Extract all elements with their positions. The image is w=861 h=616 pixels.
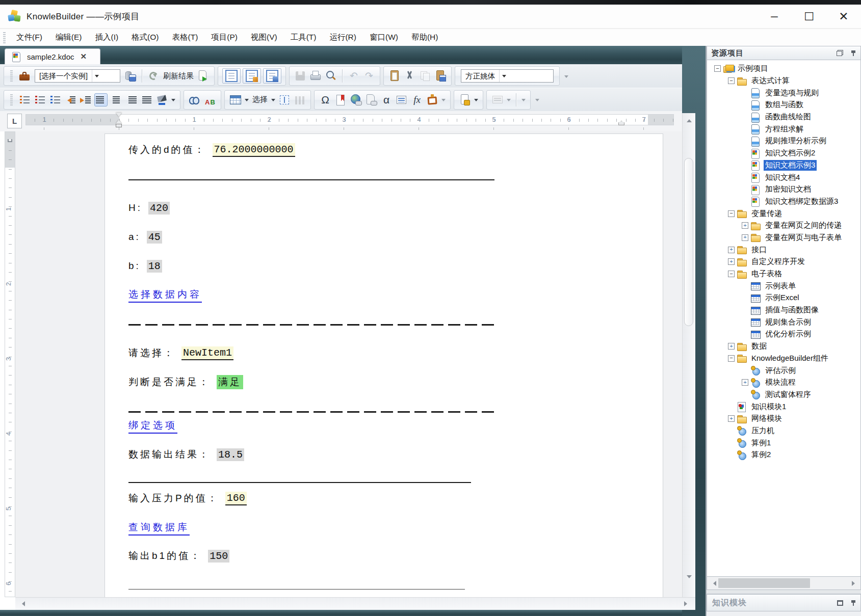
menu-project[interactable]: 项目(P): [204, 30, 244, 45]
select-menu-button[interactable]: 选择: [252, 95, 268, 104]
fields-overflow-icon[interactable]: [521, 99, 526, 103]
multilevel-list-icon[interactable]: [49, 94, 61, 106]
tree-item[interactable]: −表达式计算: [707, 75, 860, 87]
seal-icon[interactable]: [426, 94, 438, 106]
refresh-icon[interactable]: [147, 70, 160, 82]
tree-item[interactable]: 插值与函数图像: [707, 304, 860, 316]
tree-item[interactable]: 函数曲线绘图: [707, 111, 860, 123]
form-dropdown-icon[interactable]: [507, 99, 511, 103]
tree-item[interactable]: 知识文档示例2: [707, 147, 860, 159]
align-left-icon[interactable]: [95, 94, 107, 106]
save-instance-icon[interactable]: [124, 70, 137, 82]
tree-item[interactable]: 规则推理分析示例: [707, 135, 860, 147]
symbol-alpha-icon[interactable]: α: [380, 94, 393, 106]
vertical-scroll-thumb[interactable]: [684, 158, 693, 326]
field-value[interactable]: NewItem1: [181, 346, 233, 360]
tree-item[interactable]: −示例项目: [707, 63, 860, 75]
field-value[interactable]: 18.5: [217, 448, 244, 461]
expand-icon[interactable]: +: [742, 379, 748, 386]
field-value[interactable]: 420: [148, 202, 170, 215]
expand-icon[interactable]: +: [742, 234, 748, 241]
scroll-right-icon[interactable]: [681, 598, 692, 610]
pin-panel-icon[interactable]: [850, 50, 856, 57]
menu-insert[interactable]: 插入(I): [88, 30, 125, 45]
tree-scroll-right-icon[interactable]: [849, 577, 859, 590]
collapse-icon[interactable]: −: [728, 77, 735, 84]
refresh-results-button[interactable]: 刷新结果: [163, 71, 194, 81]
scroll-up-icon[interactable]: [683, 114, 695, 124]
tree-item[interactable]: 算例1: [707, 437, 860, 449]
tree-item[interactable]: 变量选项与规则: [707, 87, 860, 99]
tree-scroll-thumb[interactable]: [718, 578, 810, 588]
copy-icon[interactable]: [419, 70, 431, 82]
redo-icon[interactable]: ↷: [363, 70, 375, 82]
form-field-icon[interactable]: [491, 94, 504, 106]
collapse-icon[interactable]: −: [728, 210, 735, 217]
list-field-icon[interactable]: [396, 94, 408, 106]
menu-edit[interactable]: 编辑(E): [49, 30, 89, 45]
tree-item[interactable]: 算例2: [707, 449, 860, 461]
symbol-omega-icon[interactable]: Ω: [319, 94, 331, 106]
hyperlink-icon[interactable]: [350, 94, 362, 106]
scroll-down-icon[interactable]: [683, 573, 695, 583]
field-value[interactable]: 76.2000000000: [213, 143, 295, 157]
save-icon[interactable]: [294, 70, 306, 82]
indent-marker[interactable]: [116, 113, 122, 128]
replace-icon[interactable]: [204, 94, 216, 106]
tab-sample2-kdoc[interactable]: sample2.kdoc ✕: [5, 48, 100, 64]
print-icon[interactable]: [309, 70, 322, 82]
collapse-icon[interactable]: −: [728, 271, 735, 277]
restore-panel-icon[interactable]: [837, 600, 843, 606]
expand-icon[interactable]: +: [728, 247, 735, 253]
find-icon[interactable]: [189, 94, 201, 106]
select-dropdown-icon[interactable]: [271, 99, 275, 103]
instance-selector-dropdown-icon[interactable]: [92, 70, 101, 82]
highlight-icon[interactable]: [156, 94, 168, 106]
undo-icon[interactable]: ↶: [348, 70, 360, 82]
highlight-dropdown-icon[interactable]: [171, 99, 175, 103]
expand-icon[interactable]: +: [742, 222, 748, 229]
tree-item[interactable]: 规则集合示例: [707, 316, 860, 328]
document-page[interactable]: 传入的d的值：76.2000000000H:420a:45b:18选择数据内容请…: [105, 133, 663, 597]
run-script-icon[interactable]: [197, 70, 210, 82]
cut-icon[interactable]: [404, 70, 416, 82]
minimize-button[interactable]: ─: [757, 7, 792, 27]
expand-icon[interactable]: +: [728, 415, 735, 422]
align-right-icon[interactable]: [125, 94, 138, 106]
document-vertical-scrollbar[interactable]: [682, 113, 695, 597]
expand-icon[interactable]: +: [728, 258, 735, 265]
numbered-list-icon[interactable]: [34, 94, 46, 106]
tree-item[interactable]: 加密知识文档: [707, 183, 860, 196]
menu-file[interactable]: 文件(F): [10, 30, 49, 45]
table-chart-icon[interactable]: [294, 94, 306, 106]
toolbar-overflow-icon[interactable]: [564, 75, 568, 80]
tree-item[interactable]: 示例表单: [707, 280, 860, 292]
print-preview-icon[interactable]: [325, 70, 337, 82]
tree-item[interactable]: 方程组求解: [707, 123, 860, 135]
collapse-icon[interactable]: −: [714, 65, 721, 72]
menu-window[interactable]: 窗口(W): [363, 30, 405, 45]
expand-icon[interactable]: +: [728, 343, 735, 350]
table-grid-icon[interactable]: [278, 94, 291, 106]
tree-item[interactable]: 测试窗体程序: [707, 389, 860, 401]
menu-table[interactable]: 表格(T): [166, 30, 205, 45]
toolbar-overflow-icon[interactable]: [535, 99, 539, 103]
tree-item[interactable]: 优化分析示例: [707, 328, 860, 340]
field-value[interactable]: 满足: [217, 375, 243, 389]
menu-tools[interactable]: 工具(T): [284, 30, 323, 45]
insert-table-icon[interactable]: [229, 94, 242, 106]
tree-item[interactable]: +数据: [707, 340, 860, 353]
edit-view-icon[interactable]: [246, 70, 258, 82]
lock-dropdown-icon[interactable]: [474, 99, 478, 103]
pin-module-panel-icon[interactable]: [850, 600, 856, 606]
tree-item[interactable]: 数组与函数: [707, 99, 860, 111]
tree-item[interactable]: 示例Excel: [707, 292, 860, 304]
document-link[interactable]: 绑定选项: [128, 419, 177, 434]
tree-item[interactable]: −KnowledgeBuilder组件: [707, 353, 860, 365]
font-selector-dropdown-icon[interactable]: [499, 70, 508, 82]
project-case-icon[interactable]: [18, 70, 31, 82]
close-button[interactable]: ✕: [826, 7, 861, 27]
align-justify-icon[interactable]: [141, 94, 153, 106]
tree-item[interactable]: 知识文档绑定数据源3: [707, 196, 860, 208]
tree-horizontal-scrollbar[interactable]: [707, 577, 861, 590]
